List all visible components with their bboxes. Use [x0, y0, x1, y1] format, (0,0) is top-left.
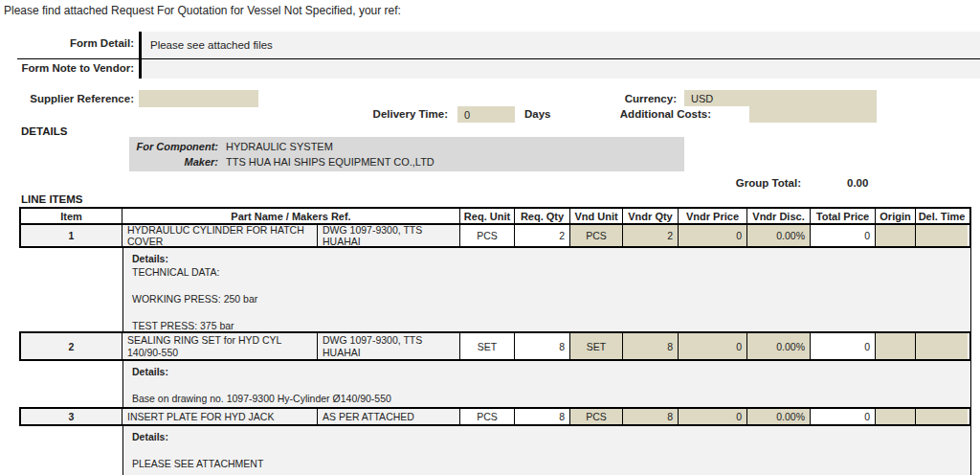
cell-item: 1	[21, 225, 122, 246]
cell-origin[interactable]	[876, 225, 916, 246]
currency-input[interactable]: USD	[684, 90, 877, 106]
additional-costs-label: Additional Costs:	[574, 108, 711, 120]
details-row: Details: PLEASE SEE ATTACHMENT	[19, 426, 971, 475]
cell-item: 2	[21, 333, 122, 359]
currency-label: Currency:	[574, 93, 677, 104]
currency-value: USD	[691, 93, 713, 104]
cell-vnd-unit[interactable]: PCS	[570, 225, 623, 246]
cell-part-name: SEALING RING SET for HYD CYL 140/90-550	[122, 333, 318, 359]
cell-req-qty: 8	[515, 333, 570, 359]
cell-req-qty: 8	[515, 409, 570, 424]
cell-vnd-unit[interactable]: SET	[570, 333, 623, 359]
cell-item: 3	[21, 409, 122, 424]
col-header-item: Item	[21, 209, 122, 223]
group-total-label: Group Total:	[670, 177, 801, 189]
form-detail-field: Please see attached files	[142, 32, 980, 58]
details-cell: Details: PLEASE SEE ATTACHMENT	[122, 426, 971, 475]
details-spacer	[19, 248, 122, 331]
cell-makers-ref: DWG 1097-9300, TTS HUAHAI	[318, 225, 460, 246]
cell-total-price: 0	[811, 225, 876, 246]
details-body: Base on drawing no. 1097-9300 Hy-Cylinde…	[132, 378, 962, 405]
cell-part-name: INSERT PLATE FOR HYD JACK	[122, 409, 318, 424]
cell-req-unit: PCS	[460, 409, 515, 424]
delivery-time-label: Delivery Time:	[287, 108, 448, 120]
line-items-table: Item Part Name / Makers Ref. Req. Unit R…	[19, 207, 971, 475]
table-header-row: Item Part Name / Makers Ref. Req. Unit R…	[19, 207, 971, 223]
maker-value: TTS HUA HAI SHIPS EQUIPMENT CO.,LTD	[226, 154, 434, 170]
cell-origin[interactable]	[876, 409, 916, 424]
cell-vndr-qty[interactable]: 8	[623, 409, 679, 424]
form-detail-label: Form Detail:	[0, 37, 134, 49]
cell-total-price: 0	[811, 409, 876, 424]
details-label: Details:	[132, 430, 962, 443]
form-note-field[interactable]	[142, 59, 980, 79]
cell-makers-ref: AS PER ATTACHED	[318, 409, 460, 424]
cell-req-qty: 2	[515, 225, 570, 246]
supplier-reference-input[interactable]	[139, 90, 258, 107]
intro-text: Please find attached Request For Quotati…	[4, 4, 401, 17]
group-total-value: 0.00	[847, 177, 868, 189]
line-items-heading: LINE ITEMS	[21, 193, 83, 205]
delivery-time-input[interactable]: 0	[457, 106, 515, 123]
col-header-vndr-disc: Vndr Disc.	[747, 209, 811, 223]
table-row: 3 INSERT PLATE FOR HYD JACK AS PER ATTAC…	[19, 407, 971, 426]
cell-vndr-qty[interactable]: 8	[623, 333, 679, 359]
cell-vndr-disc[interactable]: 0.00%	[747, 409, 811, 424]
details-spacer	[19, 426, 122, 475]
details-cell: Details: Base on drawing no. 1097-9300 H…	[122, 361, 971, 407]
form-detail-value: Please see attached files	[150, 39, 273, 51]
cell-del-time[interactable]	[916, 409, 968, 424]
maker-label: Maker:	[129, 154, 218, 170]
cell-vndr-disc[interactable]: 0.00%	[747, 225, 811, 246]
col-header-req-qty: Req. Qty	[515, 209, 570, 223]
cell-origin[interactable]	[876, 333, 916, 359]
details-row: Details: TECHNICAL DATA: WORKING PRESS: …	[19, 248, 971, 331]
cell-part-name: HYDRAULUC CYLINDER FOR HATCH COVER	[122, 225, 318, 246]
additional-costs-input[interactable]	[749, 106, 877, 123]
table-row: 2 SEALING RING SET for HYD CYL 140/90-55…	[19, 331, 971, 361]
col-header-vndr-qty: Vndr Qty	[623, 209, 679, 223]
col-header-del-time: Del. Time	[916, 209, 968, 223]
col-header-total-price: Total Price	[811, 209, 876, 223]
details-body: TECHNICAL DATA: WORKING PRESS: 250 bar T…	[132, 265, 962, 332]
col-header-vnd-unit: Vnd Unit	[570, 209, 623, 223]
details-row: Details: Base on drawing no. 1097-9300 H…	[19, 361, 971, 407]
col-header-part-name: Part Name / Makers Ref.	[122, 209, 460, 223]
cell-makers-ref: DWG 1097-9300, TTS HUAHAI	[318, 333, 460, 359]
delivery-time-unit-label: Days	[524, 108, 551, 120]
details-cell: Details: TECHNICAL DATA: WORKING PRESS: …	[122, 248, 971, 331]
rfq-form-page: Please find attached Request For Quotati…	[0, 0, 980, 475]
form-note-label: Form Note to Vendor:	[0, 62, 134, 74]
cell-vndr-qty[interactable]: 2	[623, 225, 679, 246]
col-header-req-unit: Req. Unit	[460, 209, 515, 223]
cell-del-time[interactable]	[916, 225, 968, 246]
cell-req-unit: PCS	[460, 225, 515, 246]
details-section-heading: DETAILS	[21, 125, 67, 137]
for-component-label: For Component:	[129, 139, 218, 154]
cell-vndr-price[interactable]: 0	[679, 225, 747, 246]
cell-vndr-disc[interactable]: 0.00%	[747, 333, 811, 359]
delivery-time-value: 0	[464, 109, 470, 121]
details-spacer	[19, 361, 122, 407]
details-label: Details:	[132, 252, 962, 265]
details-body: PLEASE SEE ATTACHMENT	[132, 443, 962, 470]
table-row: 1 HYDRAULUC CYLINDER FOR HATCH COVER DWG…	[19, 223, 971, 248]
cell-total-price: 0	[811, 333, 876, 359]
cell-req-unit: SET	[460, 333, 515, 359]
col-header-origin: Origin	[876, 209, 916, 223]
cell-vndr-price[interactable]: 0	[679, 409, 747, 424]
col-header-vndr-price: Vndr Price	[679, 209, 747, 223]
component-panel: For Component: HYDRAULIC SYSTEM Maker: T…	[129, 137, 684, 171]
cell-del-time[interactable]	[916, 333, 968, 359]
details-label: Details:	[132, 365, 962, 378]
cell-vndr-price[interactable]: 0	[679, 333, 747, 359]
cell-vnd-unit[interactable]: PCS	[570, 409, 623, 424]
supplier-reference-label: Supplier Reference:	[0, 93, 134, 104]
for-component-value: HYDRAULIC SYSTEM	[226, 139, 333, 154]
